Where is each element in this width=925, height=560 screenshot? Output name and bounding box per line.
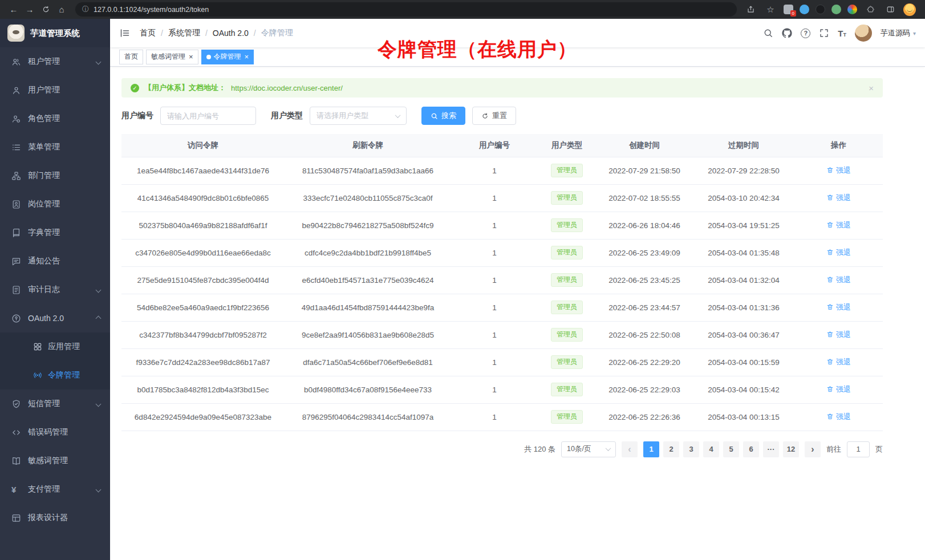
tab-item[interactable]: 令牌管理×: [201, 50, 254, 64]
side-panel-icon[interactable]: [883, 3, 897, 17]
shield-icon: [11, 399, 21, 409]
sidebar-item-tenant[interactable]: 租户管理: [0, 47, 110, 76]
extensions-puzzle-icon[interactable]: [863, 3, 877, 17]
force-logout-button[interactable]: 强退: [826, 193, 851, 203]
words-icon: [11, 456, 21, 466]
user-id-cell: 1: [451, 184, 538, 212]
font-size-icon[interactable]: TT: [838, 29, 846, 38]
sidebar-item-sms[interactable]: 短信管理: [0, 389, 110, 418]
search-button[interactable]: 搜索: [421, 107, 465, 125]
page-size-select[interactable]: 10条/页: [561, 441, 616, 457]
extension-icon-5[interactable]: [847, 5, 857, 14]
user-type-badge: 管理员: [551, 218, 583, 232]
back-icon[interactable]: ←: [7, 3, 21, 17]
table-row: f9336e7c7dd242a283ee98dc86b17a87dfa6c71a…: [121, 348, 883, 376]
fullscreen-icon[interactable]: [819, 28, 829, 38]
sidebar-item-report-designer[interactable]: 报表设计器: [0, 504, 110, 532]
page-button[interactable]: 3: [683, 441, 699, 457]
page-button[interactable]: 6: [743, 441, 759, 457]
reload-icon[interactable]: [39, 3, 52, 17]
sidebar-item-notice[interactable]: 通知公告: [0, 247, 110, 275]
action-cell: 强退: [794, 239, 883, 266]
sidebar-item-error-code[interactable]: 错误码管理: [0, 418, 110, 447]
sidebar-item-menu[interactable]: 菜单管理: [0, 133, 110, 161]
user-menu[interactable]: 芋道源码 ▾: [881, 28, 916, 38]
extension-icon-3[interactable]: [816, 5, 825, 14]
doc-link[interactable]: https://doc.iocoder.cn/user-center/: [231, 84, 343, 92]
close-icon[interactable]: ×: [245, 53, 249, 60]
refresh-token-cell: 8796295f04064c2983414cc54af1097a: [285, 403, 451, 431]
access-token-cell: 275e5de9151045fe87cbdc395e004f4d: [121, 266, 285, 294]
more-pages-button[interactable]: ···: [763, 441, 779, 457]
sidebar-toggle-icon[interactable]: [119, 27, 131, 39]
force-logout-button[interactable]: 强退: [826, 357, 851, 367]
trash-icon: [826, 358, 834, 366]
home-icon[interactable]: ⌂: [55, 3, 68, 17]
action-cell: 强退: [794, 403, 883, 431]
sidebar-item-dict[interactable]: 字典管理: [0, 218, 110, 247]
tab-item[interactable]: 敏感词管理×: [146, 50, 198, 64]
goto-page-input[interactable]: [847, 441, 870, 457]
extension-icon-2[interactable]: [800, 5, 809, 14]
sidebar-item-oauth2[interactable]: OAuth 2.0: [0, 304, 110, 332]
sidebar-item-audit-log[interactable]: 审计日志: [0, 275, 110, 304]
tab-label: 令牌管理: [214, 52, 241, 62]
sidebar-item-dept[interactable]: 部门管理: [0, 161, 110, 190]
force-logout-button[interactable]: 强退: [826, 330, 851, 340]
sidebar-item-user[interactable]: 用户管理: [0, 76, 110, 104]
close-icon[interactable]: ×: [189, 53, 193, 60]
sidebar-item-role[interactable]: 角色管理: [0, 104, 110, 133]
site-info-icon[interactable]: ⓘ: [82, 5, 89, 14]
force-logout-button[interactable]: 强退: [826, 384, 851, 395]
next-page-button[interactable]: ›: [805, 441, 821, 457]
app-logo[interactable]: 芋道管理系统: [0, 19, 110, 47]
tab-item[interactable]: 首页: [119, 50, 143, 64]
table-body: 1ea5e44f8bc1467aaede43144f31de76811c5304…: [121, 157, 883, 431]
page-button[interactable]: 1: [643, 441, 659, 457]
user-type-select[interactable]: 请选择用户类型: [310, 107, 407, 125]
user-id-cell: 1: [451, 321, 538, 348]
bookmark-star-icon[interactable]: ☆: [764, 3, 777, 17]
force-logout-button[interactable]: 强退: [826, 412, 851, 422]
page-button[interactable]: 4: [703, 441, 719, 457]
user-id-input[interactable]: [160, 107, 256, 125]
force-logout-button[interactable]: 强退: [826, 220, 851, 230]
sidebar-item-pay[interactable]: ¥支付管理: [0, 475, 110, 504]
user-type-cell: 管理员: [538, 403, 596, 431]
help-icon[interactable]: ?: [801, 29, 810, 38]
badge-icon: [11, 200, 21, 209]
page-button[interactable]: 12: [783, 441, 799, 457]
force-logout-button[interactable]: 强退: [826, 302, 851, 313]
sidebar-item-sensitive-word[interactable]: 敏感词管理: [0, 447, 110, 475]
github-icon[interactable]: [782, 28, 792, 38]
reset-button[interactable]: 重置: [472, 107, 516, 125]
sidebar-item-oauth2-token[interactable]: 令牌管理: [0, 361, 110, 389]
force-logout-button[interactable]: 强退: [826, 247, 851, 258]
user-type-badge: 管理员: [551, 410, 583, 424]
force-logout-button[interactable]: 强退: [826, 165, 851, 176]
breadcrumb-item[interactable]: OAuth 2.0: [213, 29, 249, 38]
page-button[interactable]: 2: [663, 441, 679, 457]
share-icon[interactable]: [744, 3, 757, 17]
breadcrumb-item[interactable]: 系统管理: [168, 28, 200, 38]
close-icon[interactable]: ×: [869, 83, 874, 93]
annotation-text: 令牌管理（在线用户）: [378, 36, 577, 63]
sidebar-item-post[interactable]: 岗位管理: [0, 190, 110, 218]
page-button[interactable]: 5: [723, 441, 739, 457]
forward-icon[interactable]: →: [23, 3, 36, 17]
extension-icon-4[interactable]: [831, 5, 841, 14]
column-header: 过期时间: [693, 134, 794, 157]
address-bar[interactable]: ⓘ 127.0.0.1:1024/system/oauth2/token: [75, 2, 737, 17]
sidebar-item-oauth2-app[interactable]: 应用管理: [0, 332, 110, 361]
breadcrumb-item[interactable]: 首页: [140, 28, 156, 38]
prev-page-button[interactable]: ‹: [622, 441, 638, 457]
browser-profile-avatar[interactable]: [903, 3, 916, 16]
force-logout-button[interactable]: 强退: [826, 275, 851, 285]
chevron-up-icon: [96, 315, 102, 321]
user-avatar[interactable]: [855, 25, 872, 42]
extension-icon-1[interactable]: 0: [784, 5, 793, 14]
sidebar-item-label: 角色管理: [28, 113, 60, 124]
force-logout-label: 强退: [836, 412, 851, 422]
search-icon[interactable]: [763, 28, 773, 38]
column-header: 创建时间: [596, 134, 693, 157]
